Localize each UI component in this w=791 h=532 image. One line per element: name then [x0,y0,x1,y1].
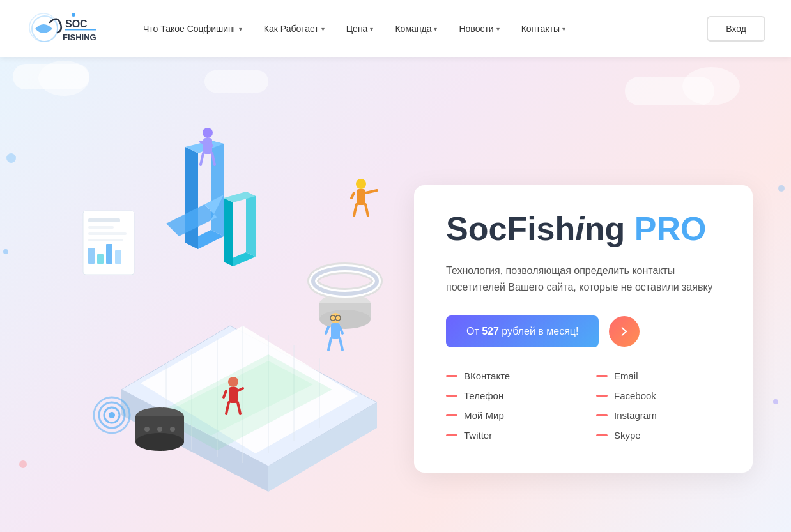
svg-line-41 [354,204,357,216]
svg-line-50 [340,338,342,350]
feature-dash-icon [596,375,608,377]
feature-dash-icon [446,414,457,416]
hero-section: SocFishing PRO Технология, позволяющая о… [0,57,791,532]
feature-moimir: Мой Мир [446,410,571,421]
svg-rect-52 [229,387,238,403]
svg-point-28 [319,310,371,329]
cta-button[interactable]: От 527 рублей в месяц! [446,315,599,347]
feature-dash-icon [596,434,608,436]
svg-rect-15 [88,226,114,229]
chevron-down-icon: ▾ [434,26,437,33]
deco-dot [3,249,8,254]
svg-rect-18 [88,248,95,264]
svg-line-42 [365,204,368,216]
svg-rect-14 [88,218,120,222]
nav-item-team[interactable]: Команда ▾ [386,19,446,39]
feature-dash-icon [596,414,608,416]
nav-item-price[interactable]: Цена ▾ [337,19,383,39]
svg-line-39 [365,190,377,193]
feature-twitter: Twitter [446,430,571,441]
svg-point-2 [72,13,75,17]
feature-dash-icon [446,395,457,397]
hero-content-card: SocFishing PRO Технология, позволяющая о… [414,185,753,473]
feature-email: Email [596,370,721,381]
hero-description: Технология, позволяющая определить конта… [446,262,721,295]
svg-rect-16 [88,232,127,235]
chevron-down-icon: ▾ [370,26,373,33]
svg-rect-46 [331,323,340,339]
feature-dash-icon [446,434,457,436]
deco-dot [19,460,27,468]
svg-point-61 [157,427,162,432]
svg-point-32 [203,128,213,138]
hero-title-pro: PRO [634,210,707,247]
login-button[interactable]: Вход [707,16,765,42]
svg-line-40 [351,193,354,198]
chevron-down-icon: ▾ [321,26,325,33]
svg-point-37 [356,179,366,189]
svg-point-25 [109,412,115,418]
svg-point-59 [135,433,184,451]
feature-vkontakte: ВКонтакте [446,370,571,381]
deco-dot [773,399,778,404]
feature-dash-icon [596,395,608,397]
svg-text:SOC: SOC [65,19,88,29]
hero-title: SocFishing PRO [446,211,721,247]
cta-row: От 527 рублей в месяц! [446,315,721,347]
svg-text:FISHING: FISHING [63,33,96,42]
feature-instagram: Instagram [596,410,721,421]
feature-telefon: Телефон [446,390,571,401]
nav-item-contacts[interactable]: Контакты ▾ [512,19,574,39]
chevron-down-icon: ▾ [562,26,565,33]
features-grid: ВКонтакте Email Телефон Facebook Мой Мир… [446,370,721,441]
hero-title-text: SocFishing [446,210,634,247]
svg-line-35 [201,153,203,165]
svg-rect-21 [115,250,121,264]
svg-rect-20 [106,244,112,264]
nav-item-howworks[interactable]: Как Работает ▾ [255,19,334,39]
svg-rect-17 [88,239,123,241]
nav-item-socfishing[interactable]: Что Такое Соцфишинг ▾ [134,19,251,39]
svg-point-51 [228,377,238,387]
feature-skype: Skype [596,430,721,441]
hero-illustration [38,83,422,517]
svg-line-47 [326,327,328,333]
site-header: SOC FISHING Что Такое Соцфишинг ▾ Как Ра… [0,0,791,57]
deco-dot [778,185,785,192]
svg-rect-4 [65,29,96,31]
deco-dot [6,153,16,163]
nav-item-news[interactable]: Новости ▾ [450,19,508,39]
main-nav: Что Такое Соцфишинг ▾ Как Работает ▾ Цен… [134,19,707,39]
chevron-down-icon: ▾ [239,26,242,33]
cloud-decoration [682,67,740,105]
svg-point-60 [144,427,150,432]
svg-point-62 [170,427,175,432]
cta-arrow-button[interactable] [609,316,640,347]
logo[interactable]: SOC FISHING [26,8,96,50]
svg-line-49 [328,338,331,350]
chevron-down-icon: ▾ [496,26,500,33]
feature-facebook: Facebook [596,390,721,401]
svg-rect-19 [97,254,104,264]
svg-rect-38 [357,189,365,205]
feature-dash-icon [446,375,457,377]
